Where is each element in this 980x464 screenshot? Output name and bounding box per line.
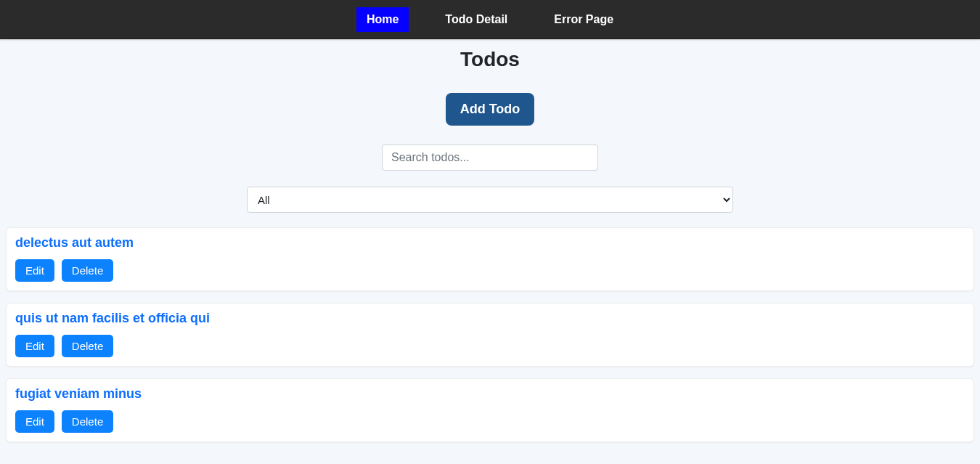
main-content: Todos Add Todo All delectus aut autem Ed… bbox=[0, 39, 980, 464]
todo-actions: Edit Delete bbox=[15, 410, 965, 433]
todo-list: delectus aut autem Edit Delete quis ut n… bbox=[3, 227, 977, 442]
page-title: Todos bbox=[3, 48, 977, 71]
add-todo-button[interactable]: Add Todo bbox=[446, 93, 535, 126]
nav-error-page[interactable]: Error Page bbox=[544, 7, 624, 32]
navbar: Home Todo Detail Error Page bbox=[0, 0, 980, 39]
todo-actions: Edit Delete bbox=[15, 335, 965, 357]
delete-button[interactable]: Delete bbox=[62, 259, 113, 282]
nav-todo-detail[interactable]: Todo Detail bbox=[435, 7, 518, 32]
todo-title-link[interactable]: quis ut nam facilis et officia qui bbox=[15, 311, 210, 326]
todo-title-link[interactable]: fugiat veniam minus bbox=[15, 386, 142, 402]
nav-home[interactable]: Home bbox=[356, 7, 409, 32]
edit-button[interactable]: Edit bbox=[15, 410, 54, 433]
todo-card: fugiat veniam minus Edit Delete bbox=[6, 378, 974, 442]
todo-actions: Edit Delete bbox=[15, 259, 965, 282]
search-input[interactable] bbox=[382, 145, 598, 171]
delete-button[interactable]: Delete bbox=[62, 335, 113, 357]
edit-button[interactable]: Edit bbox=[15, 335, 54, 357]
todo-title-link[interactable]: delectus aut autem bbox=[15, 235, 134, 251]
todo-card: delectus aut autem Edit Delete bbox=[6, 227, 974, 291]
todo-card: quis ut nam facilis et officia qui Edit … bbox=[6, 303, 974, 367]
edit-button[interactable]: Edit bbox=[15, 259, 54, 282]
delete-button[interactable]: Delete bbox=[62, 410, 113, 433]
filter-select[interactable]: All bbox=[247, 187, 733, 213]
